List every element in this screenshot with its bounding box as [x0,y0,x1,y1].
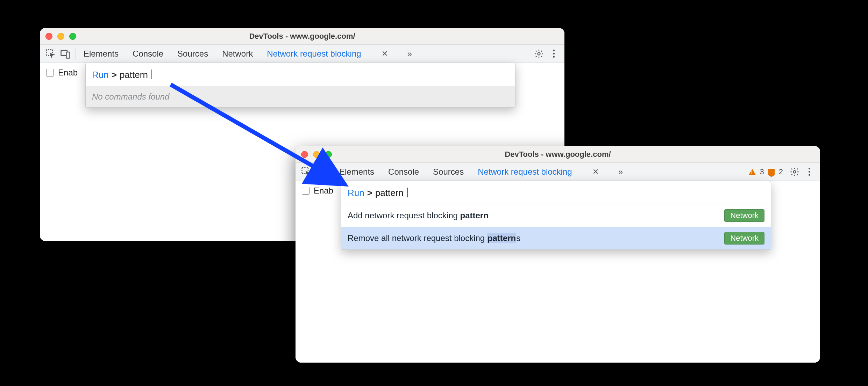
panel-tabs: Elements Console Sources Network request… [336,167,621,177]
text-caret-icon [407,188,408,197]
command-menu: Run >pattern No commands found [85,63,515,108]
more-tabs-icon[interactable]: » [407,49,410,59]
svg-rect-6 [322,170,326,176]
tab-console[interactable]: Console [133,49,163,59]
command-chevron-icon: > [112,70,117,80]
traffic-lights [45,33,76,40]
settings-gear-icon[interactable] [788,165,801,179]
enable-blocking-checkbox[interactable] [302,187,310,195]
warning-triangle-icon [749,169,756,175]
devtools-toolbar: Elements Console Sources Network request… [296,163,820,181]
command-item-add-pattern[interactable]: Add network request blocking pattern Net… [341,204,771,227]
warning-count: 3 [760,167,764,176]
minimize-window-button[interactable] [313,151,320,158]
inspect-element-icon[interactable] [300,165,313,179]
tab-sources[interactable]: Sources [177,49,208,59]
toolbar-separator [331,166,332,177]
window-title: DevTools - www.google.com/ [40,32,564,41]
issues-count: 2 [779,167,783,176]
toolbar-separator [76,48,76,59]
toggle-device-toolbar-icon[interactable] [59,47,72,60]
command-item-remove-all-patterns[interactable]: Remove all network request blocking patt… [341,227,771,249]
zoom-window-button[interactable] [69,33,76,40]
window-titlebar: DevTools - www.google.com/ [40,28,564,45]
window-titlebar: DevTools - www.google.com/ [296,146,820,163]
tab-elements[interactable]: Elements [84,49,119,59]
close-tab-icon[interactable]: ✕ [382,49,388,58]
traffic-lights [301,151,332,158]
close-window-button[interactable] [301,151,308,158]
tab-elements[interactable]: Elements [339,167,374,177]
zoom-window-button[interactable] [325,151,332,158]
more-options-kebab-icon[interactable] [803,165,816,179]
command-run-prefix: Run [348,188,364,198]
tab-network[interactable]: Network [222,49,253,59]
tab-network-request-blocking[interactable]: Network request blocking [267,49,361,59]
command-item-label: Remove all network request blocking patt… [348,233,520,243]
more-tabs-icon[interactable]: » [618,167,621,177]
more-options-kebab-icon[interactable] [547,47,560,60]
command-item-category-pill: Network [724,209,764,222]
issue-counts[interactable]: 3 2 [749,167,783,176]
panel-content: Enab Run >pattern Add network request bl… [296,181,820,363]
command-menu-input[interactable]: Run >pattern [341,181,771,204]
settings-gear-icon[interactable] [532,47,546,60]
tab-network-request-blocking[interactable]: Network request blocking [478,167,572,177]
enable-blocking-label: Enab [314,186,333,196]
minimize-window-button[interactable] [57,33,64,40]
command-menu: Run >pattern Add network request blockin… [341,181,771,250]
svg-rect-2 [66,52,70,58]
command-menu-results: Add network request blocking pattern Net… [341,204,771,249]
issues-flag-icon [768,169,775,175]
devtools-toolbar: Elements Console Sources Network Network… [40,45,564,63]
command-run-prefix: Run [92,70,109,80]
command-chevron-icon: > [367,188,372,198]
tab-sources[interactable]: Sources [433,167,464,177]
panel-tabs: Elements Console Sources Network Network… [80,49,410,59]
inspect-element-icon[interactable] [44,47,57,60]
enable-blocking-checkbox[interactable] [46,69,54,77]
toggle-device-toolbar-icon[interactable] [314,165,328,179]
command-item-category-pill: Network [724,232,764,245]
command-query-text: pattern [375,188,404,198]
enable-blocking-label: Enab [58,68,78,78]
svg-point-7 [794,170,796,173]
devtools-window-after: DevTools - www.google.com/ Elements Cons… [296,146,820,363]
close-tab-icon[interactable]: ✕ [592,167,599,176]
svg-point-3 [538,52,540,55]
tab-console[interactable]: Console [388,167,419,177]
close-window-button[interactable] [45,33,52,40]
command-query-text: pattern [120,70,148,80]
command-item-label: Add network request blocking pattern [348,211,489,220]
window-title: DevTools - www.google.com/ [296,150,820,159]
text-caret-icon [151,70,152,79]
command-menu-input[interactable]: Run >pattern [86,63,515,86]
command-menu-empty-state: No commands found [86,86,515,107]
